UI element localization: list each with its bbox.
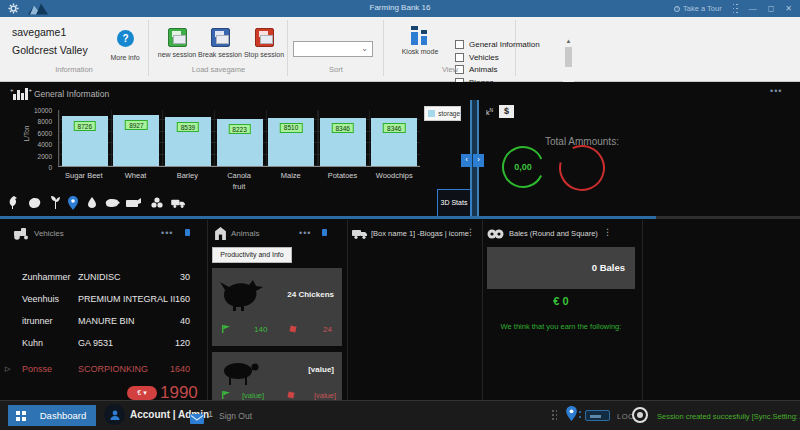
vehicle-row[interactable]: ▷PonsseSCORPIONKING1640 (0, 358, 206, 380)
stop-session-button[interactable]: Stop session (241, 28, 287, 58)
panel-menu-general-information[interactable]: ••• (770, 86, 782, 96)
close-button[interactable]: ✕ (785, 0, 792, 17)
location-pin-icon[interactable] (566, 406, 577, 425)
splitter-right-icon[interactable]: › (473, 154, 484, 167)
chart-bar[interactable]: 8223 (217, 119, 263, 166)
stop-session-icon (255, 28, 274, 47)
more-info-button[interactable]: More info (100, 54, 150, 61)
zoom-slider[interactable] (585, 410, 610, 421)
new-session-button[interactable]: new session (154, 28, 200, 58)
chart-bar[interactable]: 8346 (371, 118, 417, 166)
view-checkbox-general-information[interactable]: General Information (455, 40, 540, 49)
row-marker-icon: ▷ (5, 358, 10, 380)
chicken-card[interactable]: 24 Chickens 140 24 (212, 268, 342, 346)
droplet-fill-icon[interactable] (84, 194, 100, 211)
take-a-tour-button[interactable]: ? Take a Tour (674, 4, 722, 13)
panel-pin-icon-vehicles[interactable] (185, 229, 190, 236)
mail-count: 1 (208, 409, 213, 419)
currency-toggle[interactable]: $ (499, 105, 514, 118)
bar-value-label: 8346 (383, 123, 405, 133)
dashboard-button[interactable]: Dashboard (8, 405, 96, 426)
vehicle-row[interactable]: KuhnGA 9531120 (0, 332, 206, 354)
chicken-fill-icon[interactable] (6, 194, 22, 211)
sort-dropdown[interactable]: ⌄ (293, 41, 373, 57)
chart-bar[interactable]: 8346 (320, 118, 366, 166)
chart-bar-slot: 8223 (214, 110, 266, 166)
chart-bar-slot: 8346 (317, 110, 369, 166)
group-label-sort: Sort (288, 65, 384, 74)
mail-icon[interactable] (190, 410, 204, 428)
sheep-icon (222, 360, 262, 386)
vehicle-row[interactable]: ZunhammerZUNIDISC30 (0, 266, 206, 288)
drag-dots-icon (552, 410, 557, 422)
account-avatar[interactable] (104, 404, 125, 425)
chart-bar[interactable]: 8510 (268, 118, 314, 167)
more-info-icon[interactable]: ? (117, 30, 134, 47)
vehicle-cell: Ponsse (22, 358, 52, 380)
sign-out-button[interactable]: Sign Out (219, 411, 252, 421)
gauge-red (556, 142, 608, 194)
bar-value-label: 8539 (177, 122, 199, 132)
panel-menu-vehicles[interactable]: ••• (161, 228, 173, 238)
view-checkbox-vehicles[interactable]: Vehicles (455, 53, 499, 62)
panel-menu-bales[interactable]: ⋮ (603, 227, 612, 237)
chicken-icon (220, 278, 264, 312)
horizontal-scroll-thumb[interactable] (0, 216, 656, 219)
vehicle-cell: GA 9531 (78, 332, 113, 354)
trough-fill-icon[interactable] (125, 194, 141, 211)
sheep-card[interactable]: [value] [value] [value] (212, 352, 342, 400)
chart-legend: storage (424, 106, 461, 121)
vehicles-total-badge: € ▾ (127, 386, 157, 400)
panel-title-vehicles: Vehicles (34, 229, 64, 238)
bales-note: We think that you earn the following: (481, 322, 641, 331)
panel-menu-animals[interactable]: ••• (299, 228, 311, 238)
vehicle-cell: Veenhuis (22, 288, 59, 310)
chart-bar[interactable]: 8927 (113, 115, 159, 166)
kiosk-mode-button[interactable]: Kiosk mode (395, 26, 445, 55)
legend-label: storage (438, 110, 460, 117)
panel-menu-biogas[interactable]: ⋮ (466, 227, 475, 237)
sprout-fill-icon[interactable] (47, 194, 63, 211)
bar-value-label: 8346 (331, 123, 353, 133)
map-pin-fill-icon[interactable] (65, 194, 81, 211)
egg-fill-icon[interactable] (27, 194, 43, 211)
vehicle-cell: Zunhammer (22, 266, 71, 288)
minimize-button[interactable]: — (749, 0, 757, 17)
category-label: Maize (265, 171, 317, 180)
apps-grid-icon[interactable] (733, 4, 738, 14)
chart-bar-slot: 8346 (368, 110, 420, 166)
bar-chart-icon: ++ (10, 87, 32, 101)
vehicle-cell: MANURE BIN (78, 310, 135, 332)
vehicle-cell: itrunner (22, 310, 53, 332)
vehicle-cell: 160 (150, 288, 190, 310)
record-icon[interactable] (632, 407, 648, 423)
chart-bar[interactable]: 8726 (62, 116, 108, 166)
scroll-up-icon[interactable]: ▲ (563, 38, 574, 44)
unit-toggle[interactable]: kN (486, 107, 493, 116)
panel-pin-icon-animals[interactable] (322, 229, 327, 236)
chart-bar[interactable]: 8539 (165, 117, 211, 166)
scrollbar-thumb[interactable] (565, 47, 572, 67)
vehicle-cell: 30 (150, 266, 190, 288)
break-session-button[interactable]: Break session (197, 28, 243, 58)
sheep-green-value: [value] (242, 391, 264, 400)
splitter-left-icon[interactable]: ‹ (461, 154, 472, 167)
vehicle-row[interactable]: itrunnerMANURE BIN40 (0, 310, 206, 332)
maximize-button[interactable]: ◻ (768, 0, 775, 17)
sheep-red-value: [value] (314, 391, 336, 400)
vehicle-cell: 1640 (150, 358, 190, 380)
category-label: Barley (161, 171, 213, 180)
productivity-info-button[interactable]: Productivity and Info (212, 247, 292, 263)
vehicle-cell: 120 (150, 332, 190, 354)
checkbox-icon[interactable] (455, 53, 464, 62)
gauge-green: 0,00 (500, 144, 546, 190)
horizontal-scrollbar[interactable] (0, 216, 800, 219)
3d-stats-button[interactable]: 3D Stats (437, 189, 471, 217)
vehicle-row[interactable]: VeenhuisPREMIUM INTEGRAL II160 (0, 288, 206, 310)
cow-fill-icon[interactable] (104, 194, 120, 211)
checkbox-icon[interactable] (455, 40, 464, 49)
gauge-green-value: 0,00 (500, 162, 546, 172)
truck-fill-icon[interactable] (170, 194, 186, 211)
statusbar: Dashboard Account | Admin 1 Sign Out LOC… (0, 400, 800, 430)
wool-fill-icon[interactable] (149, 194, 165, 211)
